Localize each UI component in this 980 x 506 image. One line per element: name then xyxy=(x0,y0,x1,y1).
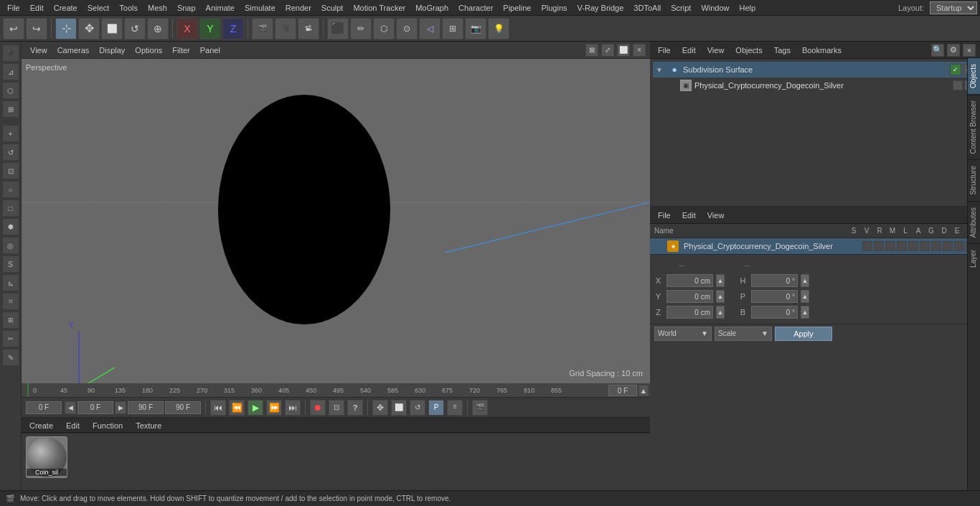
h-input[interactable] xyxy=(751,274,798,287)
prev-frame-btn[interactable]: ⏪ xyxy=(229,400,245,416)
tool-disk[interactable]: ◎ xyxy=(2,237,19,254)
move-tool-btn[interactable]: ✥ xyxy=(78,18,100,39)
material-slot-1[interactable]: Coin_sil xyxy=(26,436,67,478)
h-arrow[interactable]: ▲ xyxy=(801,274,809,287)
tool-rotate[interactable]: ↺ xyxy=(2,144,19,161)
view-3d[interactable]: X Y Perspective Grid Spacing : 10 cm xyxy=(22,59,650,383)
menu-vray[interactable]: V-Ray Bridge xyxy=(573,2,628,14)
current-frame-input[interactable] xyxy=(77,401,113,414)
tool-paint[interactable]: ✎ xyxy=(2,349,19,366)
expand-icon-1[interactable]: ▼ xyxy=(656,66,666,74)
viewport-ctrl-close[interactable]: × xyxy=(633,44,646,57)
attr-row-1[interactable]: ★ Physical_Cryptocurrency_Dogecoin_Silve… xyxy=(650,238,980,254)
attr-file-btn[interactable]: File xyxy=(654,210,674,221)
apply-btn[interactable]: Apply xyxy=(775,327,832,341)
viewport-ctrl-arrows[interactable]: ⤢ xyxy=(601,44,614,57)
b-input[interactable] xyxy=(751,306,798,319)
menu-simulate[interactable]: Simulate xyxy=(240,2,280,14)
select-tool-btn[interactable]: ⊹ xyxy=(55,18,77,39)
render-region-btn[interactable]: 📽 xyxy=(298,18,319,39)
menu-snap[interactable]: Snap xyxy=(173,2,200,14)
record-btn[interactable]: ⏺ xyxy=(310,400,326,416)
attr-s-btn[interactable] xyxy=(862,241,872,251)
menu-animate[interactable]: Animate xyxy=(202,2,239,14)
mat-texture-btn[interactable]: Texture xyxy=(132,420,165,431)
world-dropdown[interactable]: World ▼ xyxy=(654,327,712,341)
tool-move[interactable]: + xyxy=(2,125,19,142)
obj-view-btn[interactable]: View xyxy=(704,44,728,56)
obj-visible-btn-1[interactable]: ✓ xyxy=(950,64,961,75)
tl-scale-btn[interactable]: ⬜ xyxy=(391,400,407,416)
mat-function-btn[interactable]: Function xyxy=(89,420,126,431)
tool-magnet[interactable]: ⊾ xyxy=(2,274,19,291)
tool-points[interactable]: ⬛ xyxy=(2,44,19,62)
tl-anim-btn[interactable]: 🎬 xyxy=(472,400,488,416)
end-frame-input[interactable] xyxy=(128,401,164,414)
goto-end-btn[interactable]: ⏭ xyxy=(285,400,301,416)
render-preview-btn[interactable]: 🎬 xyxy=(252,18,273,39)
obj-visible-btn-2[interactable] xyxy=(953,80,963,90)
tool-edges[interactable]: ⊿ xyxy=(2,63,19,80)
tab-structure[interactable]: Structure xyxy=(968,159,980,201)
obj-bookmarks-btn[interactable]: Bookmarks xyxy=(798,44,845,56)
mat-edit-btn[interactable]: Edit xyxy=(62,420,83,431)
filter-menu[interactable]: Filter xyxy=(168,44,194,56)
tool-polys[interactable]: ⬡ xyxy=(2,82,19,99)
rotate-tool-btn[interactable]: ↺ xyxy=(124,18,146,39)
light-btn[interactable]: 💡 xyxy=(488,18,509,39)
start-frame-input[interactable] xyxy=(26,401,62,414)
viewport-ctrl-lock[interactable]: ⊠ xyxy=(585,44,598,57)
layout-select[interactable]: Startup xyxy=(930,1,977,14)
viewport-ctrl-maximize[interactable]: ⬜ xyxy=(617,44,630,57)
tool-cylinder[interactable]: ⬢ xyxy=(2,218,19,235)
tool-knife[interactable]: ✂ xyxy=(2,330,19,347)
poly-btn[interactable]: ⬡ xyxy=(373,18,395,39)
b-arrow[interactable]: ▲ xyxy=(801,306,809,319)
current-frame-right[interactable] xyxy=(608,385,637,396)
undo-btn[interactable]: ↩ xyxy=(3,18,24,39)
tool-cube2[interactable]: □ xyxy=(2,200,19,217)
x-axis-btn[interactable]: X xyxy=(176,18,198,39)
menu-render[interactable]: Render xyxy=(281,2,316,14)
attr-v-btn[interactable] xyxy=(874,241,884,251)
menu-pipeline[interactable]: Pipeline xyxy=(499,2,535,14)
attr-view-btn[interactable]: View xyxy=(704,210,728,221)
redo-btn[interactable]: ↪ xyxy=(26,18,47,39)
tl-move-btn[interactable]: ✥ xyxy=(372,400,388,416)
settings-icon[interactable]: ⚙ xyxy=(947,44,960,57)
menu-character[interactable]: Character xyxy=(454,2,497,14)
end2-frame-input[interactable] xyxy=(165,401,201,414)
menu-plugins[interactable]: Plugins xyxy=(537,2,571,14)
play-btn[interactable]: ▶ xyxy=(248,400,263,416)
grid-btn[interactable]: ⊞ xyxy=(442,18,463,39)
frame-up-btn[interactable]: ▲ xyxy=(639,385,649,396)
tab-layer[interactable]: Layer xyxy=(968,243,980,273)
frame-range-arrow2[interactable]: ▶ xyxy=(115,401,126,414)
menu-file[interactable]: File xyxy=(3,2,24,14)
auto-key-btn[interactable]: ⊡ xyxy=(329,400,344,416)
obj-tags-btn[interactable]: Tags xyxy=(771,44,794,56)
tool-grid2[interactable]: ⊞ xyxy=(2,311,19,329)
tool-sphere[interactable]: ○ xyxy=(2,181,19,198)
scale-tool-btn[interactable]: ⬜ xyxy=(101,18,123,39)
cube-btn[interactable]: ⬛ xyxy=(327,18,349,39)
tool-scale2[interactable]: ⊡ xyxy=(2,162,19,179)
attr-g-btn[interactable] xyxy=(931,241,941,251)
menu-edit[interactable]: Edit xyxy=(26,2,48,14)
tab-objects[interactable]: Objects xyxy=(968,57,980,94)
display-menu[interactable]: Display xyxy=(95,44,129,56)
menu-3dtoall[interactable]: 3DToAll xyxy=(629,2,665,14)
tab-content-browser[interactable]: Content Browser xyxy=(968,94,980,159)
tool-sculpt[interactable]: ⌗ xyxy=(2,293,19,310)
tab-attributes[interactable]: Attributes xyxy=(968,201,980,243)
menu-mesh[interactable]: Mesh xyxy=(143,2,171,14)
tl-dots-btn[interactable]: ⠿ xyxy=(447,400,463,416)
obj-file-btn[interactable]: File xyxy=(654,44,674,56)
menu-window[interactable]: Window xyxy=(697,2,733,14)
attr-m-btn[interactable] xyxy=(897,241,907,251)
p-arrow[interactable]: ▲ xyxy=(801,290,809,303)
view-menu[interactable]: View xyxy=(26,44,52,56)
attr-r-btn[interactable] xyxy=(885,241,895,251)
frame-range-arrow[interactable]: ◀ xyxy=(65,401,76,414)
options-menu[interactable]: Options xyxy=(131,44,166,56)
